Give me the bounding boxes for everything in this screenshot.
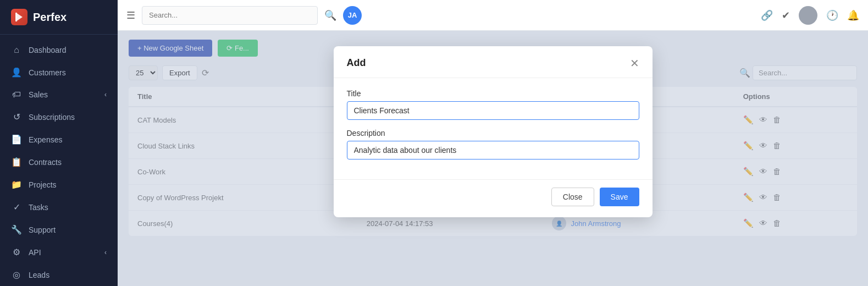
main-content: ☰ 🔍 JA 🔗 ✔ 🕐 🔔 + New Google Sheet ⟳ Fe..… — [118, 0, 868, 286]
sidebar-item-api[interactable]: ⚙ API ‹ — [0, 241, 118, 263]
modal-title: Add — [347, 57, 366, 69]
search-icon[interactable]: 🔍 — [324, 9, 336, 21]
global-search-input[interactable] — [142, 6, 318, 25]
expenses-icon: 📄 — [11, 134, 22, 145]
description-form-group: Description — [347, 129, 639, 160]
modal-close-icon[interactable]: ✕ — [630, 58, 639, 69]
projects-icon: 📁 — [11, 179, 22, 190]
sidebar-nav: ⌂ Dashboard 👤 Customers 🏷 Sales ‹ ↺ Subs… — [0, 35, 118, 286]
customers-icon: 👤 — [11, 67, 22, 78]
subscriptions-icon: ↺ — [11, 112, 22, 122]
sales-icon: 🏷 — [11, 90, 22, 100]
contracts-icon: 📋 — [11, 157, 22, 167]
sidebar: Perfex ⌂ Dashboard 👤 Customers 🏷 Sales ‹… — [0, 0, 118, 286]
modal-dialog: Add ✕ Title Description — [334, 46, 653, 217]
support-icon: 🔧 — [11, 224, 22, 235]
share-icon[interactable]: 🔗 — [761, 9, 773, 21]
chevron-right-icon: ‹ — [104, 91, 107, 98]
modal-overlay: Add ✕ Title Description — [118, 31, 868, 286]
api-icon: ⚙ — [11, 247, 22, 257]
chevron-right-icon-api: ‹ — [104, 249, 107, 256]
check-icon[interactable]: ✔ — [782, 9, 790, 21]
bell-icon[interactable]: 🔔 — [847, 9, 859, 21]
sidebar-item-expenses[interactable]: 📄 Expenses — [0, 128, 118, 151]
dashboard-icon: ⌂ — [11, 45, 22, 55]
sidebar-item-label: Projects — [29, 180, 57, 189]
svg-rect-1 — [15, 13, 17, 21]
sidebar-item-label: Leads — [29, 271, 49, 279]
modal-header: Add ✕ — [334, 46, 653, 78]
sidebar-item-tasks[interactable]: ✓ Tasks — [0, 196, 118, 218]
description-label: Description — [347, 129, 639, 138]
modal-close-button[interactable]: Close — [551, 188, 594, 206]
app-name: Perfex — [33, 11, 67, 24]
sidebar-item-contracts[interactable]: 📋 Contracts — [0, 151, 118, 173]
sidebar-item-label: Sales — [29, 90, 48, 99]
sidebar-item-leads[interactable]: ◎ Leads — [0, 263, 118, 286]
sidebar-item-sales[interactable]: 🏷 Sales ‹ — [0, 84, 118, 106]
clock-icon[interactable]: 🕐 — [826, 9, 838, 21]
header-icons: 🔗 ✔ 🕐 🔔 — [761, 6, 859, 25]
description-input[interactable] — [347, 141, 639, 160]
modal-footer: Close Save — [334, 179, 653, 217]
modal-body: Title Description — [334, 78, 653, 179]
app-logo: Perfex — [0, 0, 118, 35]
sidebar-item-label: Tasks — [29, 203, 48, 212]
hamburger-icon[interactable]: ☰ — [126, 9, 135, 21]
sidebar-item-dashboard[interactable]: ⌂ Dashboard — [0, 39, 118, 61]
title-label: Title — [347, 89, 639, 98]
profile-avatar[interactable] — [799, 6, 817, 25]
content-area: + New Google Sheet ⟳ Fe... 25 Export ⟳ 🔍… — [118, 31, 868, 286]
sidebar-item-subscriptions[interactable]: ↺ Subscriptions — [0, 106, 118, 128]
sidebar-item-customers[interactable]: 👤 Customers — [0, 61, 118, 84]
leads-icon: ◎ — [11, 270, 22, 280]
sidebar-item-label: Subscriptions — [29, 113, 75, 122]
title-input[interactable] — [347, 101, 639, 120]
sidebar-item-label: Support — [29, 226, 56, 234]
sidebar-item-label: Contracts — [29, 158, 62, 167]
sidebar-item-label: Dashboard — [29, 46, 67, 54]
top-bar: ☰ 🔍 JA 🔗 ✔ 🕐 🔔 — [118, 0, 868, 31]
modal-save-button[interactable]: Save — [600, 188, 639, 206]
sidebar-item-projects[interactable]: 📁 Projects — [0, 173, 118, 196]
sidebar-item-label: API — [29, 248, 41, 257]
sidebar-item-support[interactable]: 🔧 Support — [0, 218, 118, 241]
sidebar-item-label: Customers — [29, 68, 66, 77]
tasks-icon: ✓ — [11, 202, 22, 212]
logo-icon — [11, 9, 27, 25]
user-avatar[interactable]: JA — [343, 6, 362, 25]
sidebar-item-label: Expenses — [29, 135, 62, 144]
title-form-group: Title — [347, 89, 639, 120]
